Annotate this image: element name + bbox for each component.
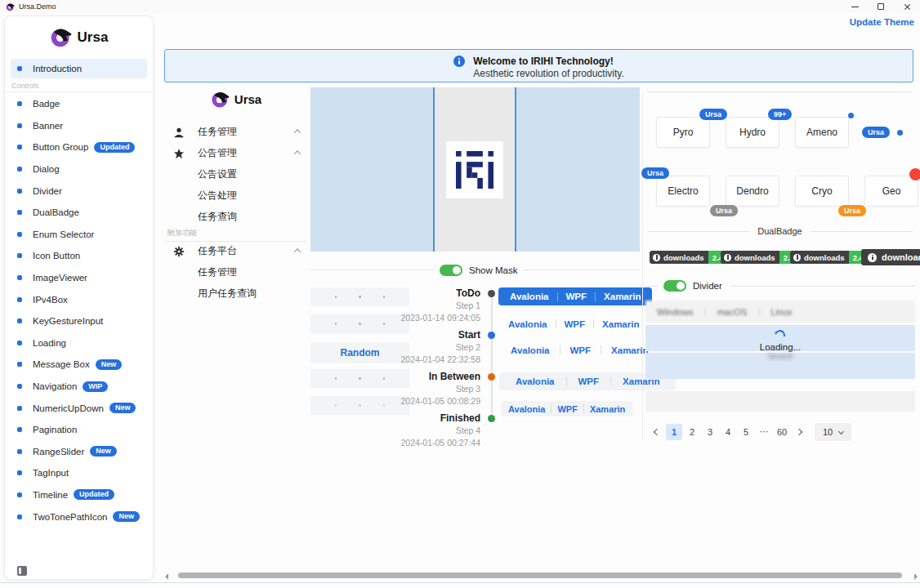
sidebar-item[interactable]: TagInput (5, 462, 151, 484)
sidebar-item[interactable]: Button Group Updated (5, 136, 151, 158)
welcome-banner: Welcome to IRIHI Technology! Aesthetic r… (164, 49, 913, 82)
tab-linux[interactable]: Linux (758, 307, 803, 317)
chevron-up-icon (295, 248, 301, 254)
maximize-button[interactable] (868, 0, 894, 13)
menu-item-user-task-query[interactable]: 用户任务查询 (163, 283, 309, 304)
xamarin-button[interactable]: Xamarin (594, 319, 647, 329)
sidebar-item[interactable]: Badge (5, 93, 151, 115)
avalonia-button[interactable]: Avalonia (500, 319, 556, 329)
user-icon (173, 127, 185, 138)
info-icon (724, 254, 731, 261)
sidebar-item[interactable]: Enum Selector (5, 224, 151, 246)
scrollbar-thumb[interactable] (178, 572, 902, 578)
avalonia-button[interactable]: Avalonia (502, 404, 551, 414)
image-viewer[interactable] (310, 87, 640, 252)
bullet-icon (17, 145, 22, 149)
app-window: Ursa.Demo Update Theme Welcome to IRIHI … (0, 0, 920, 588)
banner-title: Welcome to IRIHI Technology! (473, 56, 624, 68)
sidebar-item[interactable]: Timeline Updated (5, 484, 151, 506)
sidebar-item[interactable]: Loading (5, 332, 151, 354)
badge-card-hydro: Hydro (726, 117, 779, 148)
sidebar-item[interactable]: Pagination (5, 419, 151, 441)
avalonia-button[interactable]: Avalonia (501, 345, 560, 355)
status-badge: New (113, 511, 140, 522)
minimize-button[interactable] (842, 0, 868, 13)
wpf-button[interactable]: WPF (552, 404, 583, 414)
sidebar-item-introduction[interactable]: Introduction (11, 59, 147, 78)
tab-windows[interactable]: Windows (645, 307, 705, 317)
menu-group-announcement[interactable]: 公告管理 (163, 143, 309, 163)
sidebar-item[interactable]: Icon Button (5, 245, 151, 267)
wpf-button[interactable]: WPF (558, 292, 596, 301)
pagination-page-button[interactable]: ⋯ (756, 424, 772, 440)
show-mask-toggle[interactable] (440, 265, 462, 276)
menu-group-task-platform[interactable]: 任务平台 (163, 241, 309, 261)
sidebar-item[interactable]: IPv4Box (5, 288, 151, 310)
scroll-left-arrow[interactable] (165, 573, 168, 580)
menu-item-task-management[interactable]: 任务管理 (163, 262, 309, 283)
wpf-button[interactable]: WPF (560, 345, 601, 355)
xamarin-button[interactable]: Xamarin (596, 292, 649, 301)
status-badge: New (96, 359, 123, 370)
bullet-icon (17, 427, 22, 432)
window-title: Ursa.Demo (19, 2, 56, 11)
menu-logo: Ursa (163, 90, 309, 109)
menu-item-announcement-settings[interactable]: 公告设置 (163, 164, 309, 185)
bullet-icon (17, 514, 22, 519)
wpf-button[interactable]: WPF (556, 319, 594, 329)
menu-item-announcement-handling[interactable]: 公告处理 (163, 185, 309, 206)
bullet-icon (17, 384, 22, 389)
pagination-prev-button[interactable] (650, 424, 664, 440)
menu-logo-text: Ursa (234, 92, 261, 106)
avalonia-button[interactable]: Avalonia (504, 376, 566, 386)
pagination-page-button[interactable]: 3 (702, 424, 718, 440)
sidebar-item[interactable]: ImageViewer (5, 267, 151, 289)
pagination-page-button[interactable]: 4 (720, 424, 736, 440)
button-group-solid: Avalonia WPF Xamarin (498, 287, 652, 305)
sidebar-collapse-button[interactable] (17, 564, 32, 577)
menu-item-task-query[interactable]: 任务查询 (163, 207, 309, 227)
show-mask-row: Show Mask (310, 264, 640, 276)
update-theme-button[interactable]: Update Theme (850, 15, 914, 29)
pagination-page-button[interactable]: 2 (684, 424, 700, 440)
avalonia-button[interactable]: Avalonia (502, 292, 557, 301)
sidebar-item[interactable]: Banner (5, 115, 151, 137)
scroll-right-arrow[interactable] (914, 573, 918, 580)
page-size-select[interactable]: 10 (815, 423, 851, 441)
sidebar-item[interactable]: Message Box New (5, 354, 151, 376)
bullet-icon (17, 210, 22, 215)
sidebar: Ursa Introduction Controls Badge Banner (4, 16, 154, 580)
close-button[interactable] (894, 0, 920, 13)
sidebar-item[interactable]: NumericUpDown New (5, 397, 151, 419)
tab-macos[interactable]: macOS (705, 307, 759, 317)
badge-card-dendro: Dendro (726, 176, 779, 207)
timeline: ToDo Step 1 2023-01-14 09:24:05 Start St… (382, 287, 498, 459)
pagination-page-button[interactable]: 1 (666, 424, 682, 440)
sidebar-item[interactable]: DualBadge (5, 202, 151, 224)
divider-toggle[interactable] (663, 280, 686, 292)
titlebar: Ursa.Demo (0, 0, 920, 13)
menu-group-task-management[interactable]: 任务管理 (163, 122, 309, 142)
loading-label: Loading... (645, 342, 915, 352)
pagination-page-button[interactable]: 5 (738, 424, 754, 440)
sidebar-item[interactable]: Navigation WIP (5, 376, 151, 398)
sidebar-item[interactable]: KeyGestureInput (5, 310, 151, 332)
timeline-dot-icon (488, 290, 495, 297)
sidebar-item[interactable]: RangeSlider New (5, 441, 151, 463)
masked-content-label: Stretch (645, 352, 915, 361)
sidebar-item[interactable]: Divider (5, 180, 151, 202)
sidebar-item[interactable]: Dialog (5, 158, 151, 180)
sidebar-item[interactable]: TwoTonePathIcon New (5, 506, 151, 528)
wpf-button[interactable]: WPF (567, 376, 611, 386)
bullet-icon (17, 362, 22, 367)
pagination-next-button[interactable] (792, 424, 806, 440)
pagination-page-button[interactable]: 60 (774, 424, 790, 440)
badge-card-geo: Geo (864, 176, 918, 207)
xamarin-button[interactable]: Xamarin (584, 404, 631, 414)
ursa-logo-icon (50, 26, 72, 48)
timeline-time: 2024-01-05 00:08:29 (384, 395, 480, 408)
window-controls (842, 0, 920, 13)
timeline-step: Step 2 (384, 341, 480, 354)
ursa-badge: Ursa (641, 167, 669, 179)
badge-section-divider (647, 91, 913, 92)
